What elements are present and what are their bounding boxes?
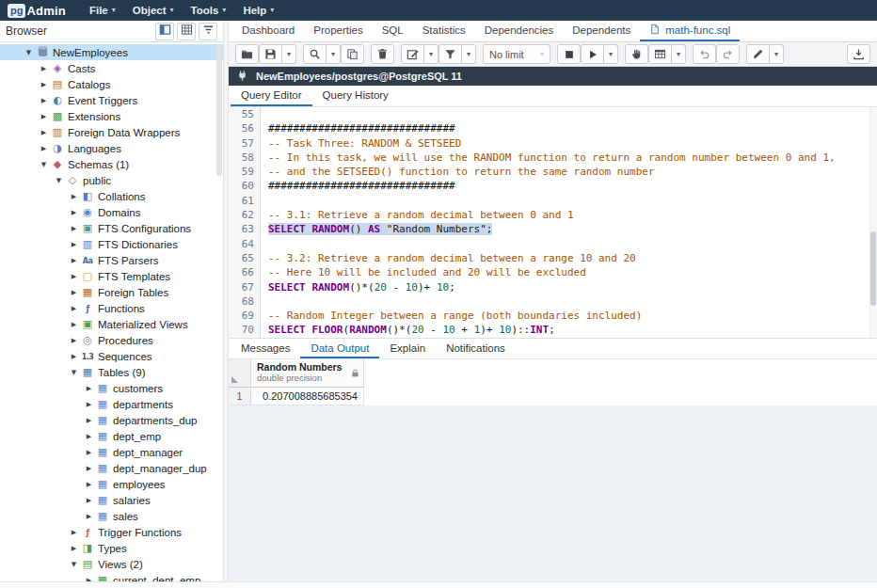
tree-item-trigger-functions[interactable]: ▶ƒTrigger Functions xyxy=(0,524,223,540)
expand-arrow-icon[interactable]: ▶ xyxy=(38,65,50,72)
tree-item-departments-dup[interactable]: ▶▦departments_dup xyxy=(0,412,223,428)
tab-dashboard[interactable]: Dashboard xyxy=(232,21,304,41)
menu-object[interactable]: Object▾ xyxy=(124,0,183,21)
tree-item-sales[interactable]: ▶▦sales xyxy=(0,508,223,524)
menu-help[interactable]: Help▾ xyxy=(234,0,282,21)
expand-arrow-icon[interactable]: ▶ xyxy=(83,401,95,408)
execute-menu-button[interactable]: ▾ xyxy=(604,44,618,64)
find-button[interactable] xyxy=(303,44,327,64)
expand-arrow-icon[interactable]: ▶ xyxy=(38,113,50,120)
code-line-58[interactable]: 58-- In this task, we will use the RANDO… xyxy=(229,151,877,165)
tree-item-fts-parsers[interactable]: ▶AaFTS Parsers xyxy=(0,252,223,268)
tree-item-domains[interactable]: ▶◉Domains xyxy=(0,204,223,220)
tree-item-dept-manager[interactable]: ▶▦dept_manager xyxy=(0,444,223,460)
expand-arrow-icon[interactable]: ▶ xyxy=(68,225,80,232)
tree-item-fts-configurations[interactable]: ▶▣FTS Configurations xyxy=(0,220,223,236)
tree-item-dept-manager-dup[interactable]: ▶▦dept_manager_dup xyxy=(0,460,223,476)
column-header-random-numbers[interactable]: Random Numbersdouble precision xyxy=(251,359,364,388)
tree-item-sequences[interactable]: ▶1.3Sequences xyxy=(0,348,223,364)
code-line-68[interactable]: 68 xyxy=(229,294,877,309)
code-line-69[interactable]: 69-- Random Integer between a range (bot… xyxy=(229,309,877,323)
collapse-arrow-icon[interactable]: ▼ xyxy=(53,177,65,184)
expand-arrow-icon[interactable]: ▶ xyxy=(68,193,80,200)
collapse-arrow-icon[interactable]: ▼ xyxy=(68,561,80,568)
tree-item-collations[interactable]: ▶◧Collations xyxy=(0,188,223,204)
expand-arrow-icon[interactable]: ▶ xyxy=(68,545,80,552)
save-menu-button[interactable]: ▾ xyxy=(282,44,296,64)
tree-item-views-2[interactable]: ▼▤Views (2) xyxy=(0,556,223,572)
expand-arrow-icon[interactable]: ▶ xyxy=(83,449,95,456)
expand-arrow-icon[interactable]: ▶ xyxy=(83,481,95,488)
expand-arrow-icon[interactable]: ▶ xyxy=(83,433,95,440)
tab-explain[interactable]: Explain xyxy=(379,339,436,358)
editor-scrollbar[interactable] xyxy=(869,107,877,338)
row-limit-select[interactable]: No limit▾ xyxy=(483,44,550,64)
tree-item-tables-9[interactable]: ▼▦Tables (9) xyxy=(0,364,223,380)
expand-arrow-icon[interactable]: ▶ xyxy=(68,321,80,328)
filter-button[interactable] xyxy=(438,44,462,64)
expand-arrow-icon[interactable]: ▶ xyxy=(83,497,95,504)
expand-arrow-icon[interactable]: ▶ xyxy=(68,305,80,312)
expand-arrow-icon[interactable]: ▶ xyxy=(68,353,80,360)
code-line-65[interactable]: 65-- 3.2: Retrieve a random decimal betw… xyxy=(229,251,877,265)
tree-item-employees[interactable]: ▶▦employees xyxy=(0,476,223,492)
horizontal-scrollbar[interactable] xyxy=(0,581,877,588)
tree-scrollbar-thumb[interactable] xyxy=(216,44,222,176)
tree-item-newemployees[interactable]: ▼NewEmployees xyxy=(0,44,223,60)
filter-menu-button[interactable]: ▾ xyxy=(462,44,476,64)
tree-item-catalogs[interactable]: ▶▤Catalogs xyxy=(0,76,223,92)
macro-menu-button[interactable]: ▾ xyxy=(770,44,784,64)
tree-item-procedures[interactable]: ▶◎Procedures xyxy=(0,332,223,348)
tab-query-editor[interactable]: Query Editor xyxy=(231,86,312,106)
commit-button[interactable] xyxy=(625,44,648,64)
tab-notifications[interactable]: Notifications xyxy=(436,339,516,358)
expand-arrow-icon[interactable]: ▶ xyxy=(68,209,80,216)
code-line-56[interactable]: 56############################## xyxy=(229,121,877,135)
code-line-64[interactable]: 64 xyxy=(229,237,877,251)
tree-item-foreign-tables[interactable]: ▶▦Foreign Tables xyxy=(0,284,223,300)
tree-item-foreign-data-wrappers[interactable]: ▶▥Foreign Data Wrappers xyxy=(0,124,223,140)
code-line-57[interactable]: 57-- Task Three: RANDOM & SETSEED xyxy=(229,136,877,151)
tab-data-output[interactable]: Data Output xyxy=(300,339,379,358)
expand-arrow-icon[interactable]: ▶ xyxy=(38,129,50,136)
view-data-options-menu-button[interactable]: ▾ xyxy=(672,44,686,64)
open-file-button[interactable] xyxy=(235,44,259,64)
row-number-cell[interactable]: 1 xyxy=(229,388,251,405)
code-line-59[interactable]: 59-- and the SETSEED() function to retur… xyxy=(229,165,877,179)
collapse-arrow-icon[interactable]: ▼ xyxy=(68,369,80,376)
copy-button[interactable] xyxy=(341,44,364,64)
tab-query-history[interactable]: Query History xyxy=(312,86,399,106)
tab-dependents[interactable]: Dependents xyxy=(563,21,640,41)
tree-item-salaries[interactable]: ▶▦salaries xyxy=(0,492,223,508)
tree-item-schemas-1[interactable]: ▼◆Schemas (1) xyxy=(0,156,223,172)
editor-scrollbar-thumb[interactable] xyxy=(870,231,876,305)
cancel-query-button[interactable] xyxy=(557,44,581,64)
code-line-60[interactable]: 60############################## xyxy=(229,179,877,193)
tab-messages[interactable]: Messages xyxy=(231,339,300,358)
code-line-62[interactable]: 62-- 3.1: Retrieve a random decimal betw… xyxy=(229,208,877,222)
tree-item-fts-dictionaries[interactable]: ▶▥FTS Dictionaries xyxy=(0,236,223,252)
expand-arrow-icon[interactable]: ▶ xyxy=(68,289,80,296)
download-csv-button[interactable] xyxy=(847,44,870,64)
expand-arrow-icon[interactable]: ▶ xyxy=(68,257,80,264)
tab-properties[interactable]: Properties xyxy=(304,21,372,41)
expand-arrow-icon[interactable]: ▶ xyxy=(68,529,80,536)
delete-button[interactable] xyxy=(371,44,394,64)
menu-tools[interactable]: Tools▾ xyxy=(183,0,235,21)
expand-arrow-icon[interactable]: ▶ xyxy=(68,273,80,280)
collapse-arrow-icon[interactable]: ▼ xyxy=(23,49,35,56)
code-line-55[interactable]: 55 xyxy=(229,107,877,121)
tree-item-materialized-views[interactable]: ▶▣Materialized Views xyxy=(0,316,223,332)
tree-item-customers[interactable]: ▶▦customers xyxy=(0,380,223,396)
code-line-67[interactable]: 67SELECT RANDOM()*(20 - 10)+ 10; xyxy=(229,280,877,294)
expand-arrow-icon[interactable]: ▶ xyxy=(83,513,95,520)
code-line-61[interactable]: 61 xyxy=(229,194,877,208)
code-line-70[interactable]: 70SELECT FLOOR(RANDOM()*(20 - 10 + 1)+ 1… xyxy=(229,323,877,337)
tree-item-extensions[interactable]: ▶▩Extensions xyxy=(0,108,223,124)
expand-arrow-icon[interactable]: ▶ xyxy=(68,337,80,344)
expand-arrow-icon[interactable]: ▶ xyxy=(38,97,50,104)
tree-item-types[interactable]: ▶◨Types xyxy=(0,540,223,556)
menu-file[interactable]: File▾ xyxy=(81,0,124,21)
cell-value[interactable]: 0.207008885685354 xyxy=(251,388,364,405)
tab-math-func-sql[interactable]: math-func.sql xyxy=(640,21,740,41)
